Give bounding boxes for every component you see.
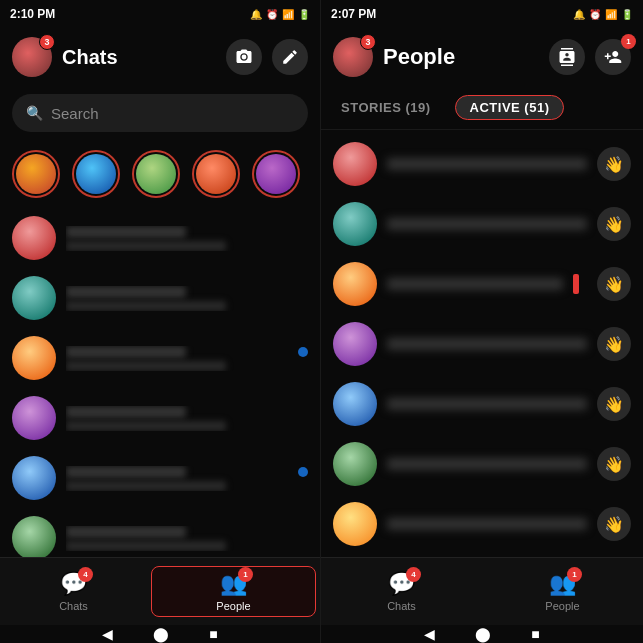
chat-bubble-icon: 💬 4 <box>60 571 87 597</box>
unread-indicator <box>298 347 308 357</box>
table-row[interactable] <box>4 448 316 508</box>
chat-info <box>66 526 308 551</box>
wave-button[interactable]: 👋 <box>597 447 631 481</box>
search-bar[interactable]: 🔍 Search <box>12 94 308 132</box>
home-button-left[interactable]: ⬤ <box>153 626 169 642</box>
people-badge-right: 1 <box>567 567 582 582</box>
contact-book-button[interactable] <box>549 39 585 75</box>
unread-indicator <box>298 467 308 477</box>
avatar <box>333 502 377 546</box>
chat-info <box>66 406 308 431</box>
nav-item-people-right[interactable]: 👥 1 People <box>482 565 643 618</box>
header-left: 3 Chats <box>0 28 320 86</box>
chat-info <box>66 466 308 491</box>
list-item[interactable]: 👋 <box>321 374 643 434</box>
avatar <box>12 516 56 557</box>
avatar-badge-left: 3 <box>39 34 55 50</box>
list-item[interactable]: 👋 <box>321 134 643 194</box>
people-icon: 👥 1 <box>220 571 247 597</box>
list-item[interactable]: 👋 <box>321 254 643 314</box>
list-item[interactable]: 👋 <box>321 494 643 554</box>
pencil-icon <box>281 48 299 66</box>
right-panel: 2:07 PM 🔔 ⏰ 📶 🔋 3 People 1 <box>321 0 643 643</box>
table-row[interactable] <box>4 328 316 388</box>
user-avatar-wrapper[interactable]: 3 <box>12 37 52 77</box>
camera-button[interactable] <box>226 39 262 75</box>
story-item[interactable] <box>132 150 180 198</box>
back-button-left[interactable]: ◀ <box>102 626 113 642</box>
chats-badge: 4 <box>78 567 93 582</box>
bottom-nav-right: 💬 4 Chats 👥 1 People <box>321 557 643 625</box>
compose-button[interactable] <box>272 39 308 75</box>
back-button-right[interactable]: ◀ <box>424 626 435 642</box>
notification-icon-r: 🔔 <box>573 9 585 20</box>
avatar <box>12 276 56 320</box>
chat-preview <box>66 241 226 251</box>
avatar <box>12 216 56 260</box>
avatar <box>333 202 377 246</box>
list-item[interactable]: 👋 <box>321 194 643 254</box>
wave-button[interactable]: 👋 <box>597 327 631 361</box>
chat-name <box>66 286 186 298</box>
tab-active[interactable]: ACTIVE (51) <box>455 95 565 120</box>
story-item[interactable] <box>192 150 240 198</box>
status-time-right: 2:07 PM <box>331 7 376 21</box>
person-name <box>387 338 587 350</box>
table-row[interactable] <box>4 388 316 448</box>
user-avatar-wrapper-right[interactable]: 3 <box>333 37 373 77</box>
chat-preview <box>66 361 226 371</box>
add-friend-badge: 1 <box>621 34 636 49</box>
chat-info <box>66 346 308 371</box>
recents-button-right[interactable]: ■ <box>531 626 539 642</box>
story-item[interactable] <box>72 150 120 198</box>
tab-stories[interactable]: STORIES (19) <box>333 94 439 121</box>
recents-button-left[interactable]: ■ <box>209 626 217 642</box>
stories-row <box>0 140 320 208</box>
story-avatar-2 <box>72 150 120 198</box>
add-friend-button[interactable]: 1 <box>595 39 631 75</box>
status-bar-left: 2:10 PM 🔔 ⏰ 📶 🔋 <box>0 0 320 28</box>
person-name <box>387 398 587 410</box>
nav-item-people-left[interactable]: 👥 1 People <box>151 566 316 617</box>
home-button-right[interactable]: ⬤ <box>475 626 491 642</box>
battery-icon-r: 🔋 <box>621 9 633 20</box>
wave-button[interactable]: 👋 <box>597 207 631 241</box>
table-row[interactable] <box>4 508 316 557</box>
chat-bubble-icon-right: 💬 4 <box>388 571 415 597</box>
wave-button[interactable]: 👋 <box>597 147 631 181</box>
status-icons-right: 🔔 ⏰ 📶 🔋 <box>573 9 633 20</box>
list-item[interactable]: 👋 <box>321 434 643 494</box>
signal-icon: 📶 <box>282 9 294 20</box>
chat-name <box>66 406 186 418</box>
person-name <box>387 278 563 290</box>
table-row[interactable] <box>4 268 316 328</box>
active-indicator <box>573 274 579 294</box>
person-name <box>387 158 587 170</box>
gesture-bar-right: ◀ ⬤ ■ <box>321 625 643 643</box>
list-item[interactable]: 👋 <box>321 314 643 374</box>
avatar <box>12 396 56 440</box>
avatar <box>333 262 377 306</box>
chat-name <box>66 346 186 358</box>
story-item[interactable] <box>12 150 60 198</box>
chat-list <box>0 208 320 557</box>
nav-item-chats-left[interactable]: 💬 4 Chats <box>0 565 147 618</box>
chats-badge-right: 4 <box>406 567 421 582</box>
wave-button[interactable]: 👋 <box>597 267 631 301</box>
table-row[interactable] <box>4 208 316 268</box>
camera-icon <box>235 48 253 66</box>
add-person-icon <box>604 48 622 66</box>
nav-item-chats-right[interactable]: 💬 4 Chats <box>321 565 482 618</box>
status-bar-right: 2:07 PM 🔔 ⏰ 📶 🔋 <box>321 0 643 28</box>
avatar <box>333 322 377 366</box>
tabs-row: STORIES (19) ACTIVE (51) <box>321 86 643 130</box>
people-list: 👋 👋 👋 👋 👋 👋 <box>321 130 643 557</box>
chat-info <box>66 226 308 251</box>
wave-button[interactable]: 👋 <box>597 507 631 541</box>
story-item[interactable] <box>252 150 300 198</box>
person-name <box>387 518 587 530</box>
bottom-nav-left: 💬 4 Chats 👥 1 People <box>0 557 320 625</box>
chat-info <box>66 286 308 311</box>
wave-button[interactable]: 👋 <box>597 387 631 421</box>
search-placeholder-text: Search <box>51 105 99 122</box>
